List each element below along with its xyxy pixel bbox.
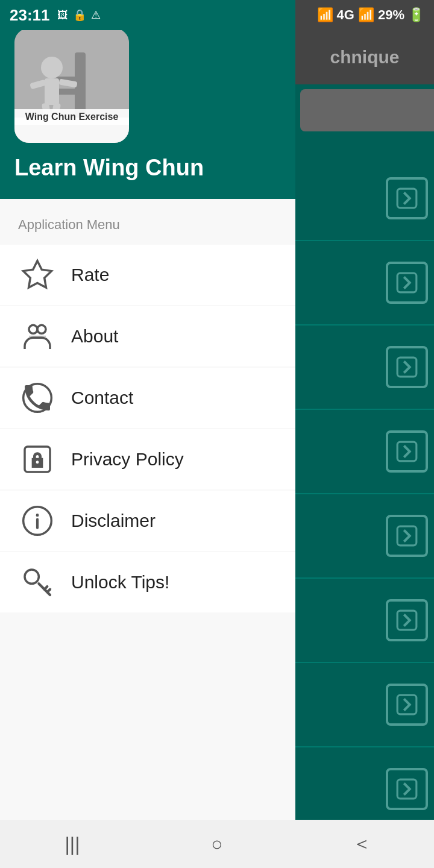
svg-rect-4 bbox=[397, 526, 417, 546]
svg-point-19 bbox=[29, 325, 37, 333]
menu-item-unlock[interactable]: Unlock Tips! bbox=[0, 552, 295, 612]
info-circle-icon bbox=[18, 502, 57, 540]
status-time: 23:11 bbox=[10, 6, 50, 25]
svg-rect-6 bbox=[397, 695, 417, 714]
status-icons: 🖼 🔒 ⚠ bbox=[57, 8, 101, 22]
signal-icon: 📶 bbox=[317, 7, 333, 23]
back-button[interactable]: ＜ bbox=[338, 826, 386, 862]
lock-shield-icon bbox=[18, 440, 57, 479]
bg-row-1 bbox=[295, 157, 434, 241]
arrow-icon-5 bbox=[386, 515, 428, 557]
menu-label-contact: Contact bbox=[71, 388, 133, 408]
bg-grid bbox=[295, 157, 434, 832]
menu-item-rate[interactable]: Rate bbox=[0, 245, 295, 305]
menu-item-disclaimer[interactable]: Disclaimer bbox=[0, 491, 295, 551]
lock-icon: 🔒 bbox=[73, 8, 86, 22]
home-button[interactable]: ○ bbox=[193, 826, 241, 862]
drawer-menu: Application Menu Rate About bbox=[0, 199, 295, 868]
menu-item-contact[interactable]: Contact bbox=[0, 368, 295, 428]
battery-icon: 🔋 bbox=[408, 7, 424, 23]
arrow-icon-7 bbox=[386, 684, 428, 726]
navigation-drawer: Wing Chun Exercise Learn Wing Chun Appli… bbox=[0, 0, 295, 868]
svg-point-12 bbox=[41, 57, 63, 78]
battery-level: 29% bbox=[378, 7, 404, 23]
bg-row-3 bbox=[295, 326, 434, 410]
svg-rect-13 bbox=[45, 78, 59, 105]
arrow-icon-6 bbox=[386, 599, 428, 641]
app-logo: Wing Chun Exercise bbox=[14, 28, 129, 143]
key-icon bbox=[18, 563, 57, 602]
menu-label-unlock: Unlock Tips! bbox=[71, 572, 169, 593]
svg-point-20 bbox=[37, 325, 46, 333]
bg-search-bar bbox=[300, 89, 434, 131]
svg-rect-1 bbox=[397, 273, 417, 292]
arrow-icon-2 bbox=[386, 262, 428, 304]
bg-header-text: chnique bbox=[330, 47, 399, 68]
logo-illustration bbox=[14, 28, 129, 143]
svg-rect-2 bbox=[397, 357, 417, 377]
back-icon: ＜ bbox=[352, 831, 371, 857]
bg-row-2 bbox=[295, 241, 434, 326]
menu-section-label: Application Menu bbox=[0, 211, 295, 245]
people-icon bbox=[18, 317, 57, 356]
bg-row-8 bbox=[295, 747, 434, 832]
menu-item-privacy[interactable]: Privacy Policy bbox=[0, 429, 295, 489]
bg-row-6 bbox=[295, 579, 434, 663]
bg-row-5 bbox=[295, 494, 434, 579]
bg-row-7 bbox=[295, 663, 434, 747]
status-bar-left: 23:11 🖼 🔒 ⚠ bbox=[0, 0, 295, 30]
app-title: Learn Wing Chun bbox=[14, 155, 204, 181]
bg-header: chnique bbox=[295, 30, 434, 84]
recent-apps-icon: ||| bbox=[65, 833, 80, 855]
svg-rect-0 bbox=[397, 189, 417, 208]
navigation-bar: ||| ○ ＜ bbox=[0, 820, 434, 868]
arrow-icon-8 bbox=[386, 768, 428, 810]
svg-rect-7 bbox=[397, 779, 417, 799]
svg-point-26 bbox=[36, 514, 39, 517]
arrow-icon-1 bbox=[386, 177, 428, 219]
svg-rect-3 bbox=[397, 442, 417, 461]
warning-icon: ⚠ bbox=[91, 8, 101, 22]
star-icon bbox=[18, 256, 57, 294]
logo-label-text: Wing Chun Exercise bbox=[14, 109, 129, 125]
menu-label-disclaimer: Disclaimer bbox=[71, 511, 156, 531]
status-bar-right: 📶 4G 📶 29% 🔋 bbox=[295, 0, 434, 30]
signal-icon-2: 📶 bbox=[358, 7, 374, 23]
arrow-icon-3 bbox=[386, 346, 428, 388]
network-type: 4G bbox=[337, 7, 354, 23]
menu-label-rate: Rate bbox=[71, 265, 109, 285]
arrow-icon-4 bbox=[386, 430, 428, 473]
bg-row-4 bbox=[295, 410, 434, 494]
svg-rect-5 bbox=[397, 611, 417, 630]
home-icon: ○ bbox=[211, 833, 222, 855]
menu-label-privacy: Privacy Policy bbox=[71, 449, 184, 470]
image-icon: 🖼 bbox=[57, 9, 68, 22]
phone-icon bbox=[18, 379, 57, 417]
menu-item-about[interactable]: About bbox=[0, 306, 295, 366]
recent-apps-button[interactable]: ||| bbox=[48, 826, 96, 862]
svg-point-28 bbox=[25, 570, 39, 583]
menu-label-about: About bbox=[71, 326, 118, 347]
